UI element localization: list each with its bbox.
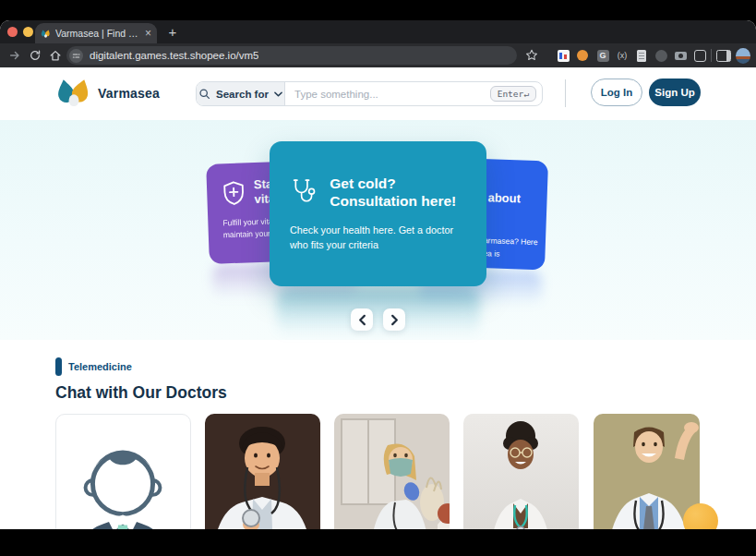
- doctor-photo-female-mask: [334, 414, 450, 529]
- enter-key-badge: Enter↵: [490, 86, 536, 102]
- extension-parens-icon[interactable]: (x): [615, 48, 630, 63]
- search-category-label: Search for: [216, 89, 269, 100]
- header-divider: [565, 79, 566, 107]
- doctor-card-photo[interactable]: [463, 414, 579, 529]
- profile-avatar[interactable]: [736, 48, 750, 63]
- carousel-slide-consultation[interactable]: Get cold? Consultation here! Check your …: [270, 141, 486, 286]
- doctor-card-placeholder[interactable]: [55, 414, 191, 529]
- search-category-dropdown[interactable]: Search for: [197, 82, 285, 105]
- forward-icon[interactable]: [7, 48, 22, 63]
- site-header: Varmasea Search for Enter↵ Log In: [0, 67, 756, 121]
- extension-doc-icon[interactable]: [634, 48, 649, 63]
- new-tab-button[interactable]: +: [164, 24, 181, 41]
- extension-gray-icon[interactable]: [654, 48, 668, 63]
- extensions-puzzle-icon[interactable]: [692, 48, 707, 63]
- browser-tab[interactable]: Varmasea | Find your health s ×: [35, 23, 157, 43]
- reload-icon[interactable]: [28, 48, 42, 63]
- url-text: digitalent.games.test.shopee.io/vm5: [90, 50, 258, 61]
- extension-camera-icon[interactable]: [673, 48, 688, 63]
- doctor-photo-male-pointing: [594, 414, 700, 529]
- carousel-next-button[interactable]: [383, 308, 405, 331]
- doctor-card-photo[interactable]: [334, 414, 450, 529]
- right-card-title: about: [487, 190, 521, 205]
- minimize-window-button[interactable]: [23, 27, 33, 37]
- doctor-card-photo[interactable]: [205, 414, 320, 529]
- hero-carousel: Stay h vitam Fulfill your vitam maintain…: [0, 120, 756, 340]
- home-icon[interactable]: [48, 48, 63, 63]
- chevron-down-icon: [274, 91, 282, 97]
- doctor-photo-male-stethoscope: [205, 414, 320, 529]
- toolbar-divider: [711, 49, 712, 62]
- doctor-photo-female-suit: [463, 414, 579, 529]
- extension-media-icon[interactable]: [556, 48, 570, 63]
- section-label-row: Telemedicine: [55, 357, 132, 376]
- center-card-reflection: [277, 289, 480, 337]
- center-card-body: Check your health here. Get a doctor who…: [290, 223, 471, 252]
- side-panel-icon[interactable]: [716, 48, 731, 63]
- right-card-body-line1: armasea? Here: [484, 235, 538, 249]
- search-input[interactable]: [285, 82, 490, 105]
- page-content: Varmasea Search for Enter↵ Log In: [0, 67, 756, 529]
- close-window-button[interactable]: [7, 27, 18, 37]
- bookmark-star-icon[interactable]: [524, 48, 539, 63]
- right-card-body-line2: ea is: [483, 248, 537, 262]
- tab-strip: Varmasea | Find your health s × +: [0, 20, 756, 43]
- tab-close-icon[interactable]: ×: [145, 28, 151, 39]
- search-bar: Search for Enter↵: [196, 81, 543, 106]
- search-icon: [198, 88, 210, 100]
- tab-title: Varmasea | Find your health s: [55, 28, 141, 39]
- brand-name: Varmasea: [98, 86, 160, 101]
- doctor-avatar-placeholder-icon: [56, 415, 190, 529]
- extension-cookie-icon[interactable]: [575, 48, 590, 63]
- section-label-bar: [55, 357, 62, 376]
- center-card-title: Get cold? Consultation here!: [330, 175, 468, 211]
- varmasea-logo-icon: [55, 79, 92, 107]
- chevron-right-icon: [390, 314, 400, 326]
- stethoscope-icon: [290, 175, 318, 206]
- shield-plus-icon: [222, 179, 246, 206]
- address-bar[interactable]: digitalent.games.test.shopee.io/vm5: [66, 46, 517, 65]
- carousel-prev-button[interactable]: [351, 308, 373, 331]
- doctor-card-photo[interactable]: [594, 414, 700, 529]
- extension-g-icon[interactable]: G: [595, 48, 610, 63]
- chevron-left-icon: [357, 314, 367, 326]
- login-button[interactable]: Log In: [591, 79, 642, 106]
- brand-logo[interactable]: Varmasea: [55, 79, 160, 107]
- chat-fab-button[interactable]: [683, 503, 718, 529]
- site-info-icon[interactable]: [69, 49, 83, 63]
- section-heading: Chat with Our Doctors: [55, 383, 227, 403]
- section-label: Telemedicine: [68, 361, 132, 372]
- browser-toolbar: digitalent.games.test.shopee.io/vm5 G (x…: [0, 43, 756, 67]
- browser-window: Varmasea | Find your health s × + digita…: [0, 20, 756, 529]
- signup-button[interactable]: Sign Up: [649, 79, 701, 106]
- favicon-varmasea-icon: [41, 29, 51, 39]
